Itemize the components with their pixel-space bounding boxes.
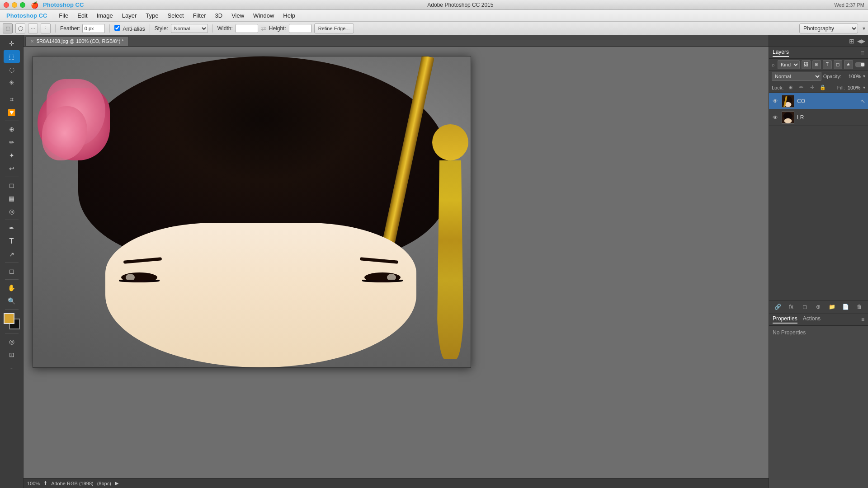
tool-more[interactable]: ··· [4,361,20,374]
swap-icon[interactable]: ⇄ [261,25,266,32]
layers-tab[interactable]: Layers [773,49,789,57]
document-tab[interactable]: ✕ 5R8A1408.jpg @ 100% (CO, RGB/8*) * [25,36,129,46]
menu-item-3d[interactable]: 3D [211,11,227,20]
tab-close-btn[interactable]: ✕ [30,39,34,44]
canvas-wrapper[interactable]: 八八素材 [24,47,769,478]
menu-item-window[interactable]: Window [249,11,278,20]
minimize-button[interactable] [12,2,17,8]
filter-type-select[interactable]: Kind [778,60,800,69]
properties-menu-btn[interactable]: ≡ [861,316,864,323]
workspace-select[interactable]: Photography Essentials Motion Painting T… [799,23,858,33]
fill-arrow[interactable]: ▾ [863,85,865,90]
style-select[interactable]: Normal Fixed Ratio Fixed Size [171,24,208,33]
panel-icon-adjust[interactable]: ⊞ [849,38,854,45]
tool-clone[interactable]: ✦ [4,149,20,162]
delete-layer-btn[interactable]: 🗑 [854,302,864,312]
separator2 [109,24,110,33]
refine-edge-button[interactable]: Refine Edge... [314,23,354,33]
properties-tab[interactable]: Properties [773,315,797,324]
add-style-btn[interactable]: fx [786,302,796,312]
layer-eye-lr[interactable]: 👁 [772,114,779,121]
tool-text[interactable]: T [4,235,20,248]
actions-tab[interactable]: Actions [803,315,821,324]
color-swatches[interactable] [4,313,20,329]
width-input[interactable] [236,24,258,33]
menu-item-image[interactable]: Image [92,11,118,20]
flower [33,79,123,178]
close-button[interactable] [4,2,9,8]
tool-rect-select[interactable]: ⬚ [4,50,20,63]
lock-all-btn[interactable]: 🔒 [819,84,827,92]
panel-collapse-bar: ⊞ ◀▶ [769,35,868,47]
tool-screen-mode[interactable]: ⊡ [4,348,20,361]
height-input[interactable] [289,24,311,33]
blend-mode-select[interactable]: Normal Multiply Screen Overlay [772,72,821,81]
maximize-button[interactable] [20,2,25,8]
menu-item-edit[interactable]: Edit [73,11,92,20]
tool-gradient[interactable]: ▦ [4,192,20,205]
tool-history-brush[interactable]: ↩ [4,162,20,175]
rect-select-icon[interactable]: ⬚ [3,23,13,33]
new-group-btn[interactable]: 📁 [827,302,837,312]
lock-paint-btn[interactable]: ✏ [797,84,805,92]
add-mask-btn[interactable]: ◻ [800,302,810,312]
filter-pixel-icon[interactable]: 🖼 [802,60,811,69]
tool-pen[interactable]: ✒ [4,222,20,235]
share-icon[interactable]: ⬆ [43,480,47,486]
menu-item-help[interactable]: Help [278,11,300,20]
tassel [421,124,471,359]
filter-text-icon[interactable]: T [823,60,832,69]
fill-value[interactable]: 100% [848,85,860,90]
filter-shape-icon[interactable]: ◻ [834,60,843,69]
filter-adjust-icon[interactable]: ⊞ [812,60,821,69]
tool-separator-2 [5,121,19,121]
menu-item-filter[interactable]: Filter [189,11,211,20]
traffic-lights [4,2,25,8]
feather-input[interactable] [82,24,105,33]
anti-alias-checkbox[interactable] [114,25,120,31]
tool-move[interactable]: ✛ [4,37,20,50]
tool-spot-heal[interactable]: ⊕ [4,123,20,136]
tool-eraser[interactable]: ◻ [4,179,20,192]
row-select-icon[interactable]: ⋯ [28,23,38,33]
menu-item-layer[interactable]: Layer [118,11,142,20]
tool-brush[interactable]: ✏ [4,136,20,149]
lock-checkerboard-btn[interactable]: ⊞ [786,84,794,92]
tool-lasso[interactable]: ◌ [4,63,20,76]
ps-app-name: Photoshop CC [43,1,84,8]
menu-item-view[interactable]: View [227,11,249,20]
layer-eye-co[interactable]: 👁 [772,98,779,105]
opacity-arrow[interactable]: ▾ [863,74,865,79]
filter-smart-icon[interactable]: ★ [844,60,853,69]
opacity-value[interactable]: 100% [843,74,861,79]
add-adjustment-btn[interactable]: ⊕ [813,302,823,312]
tool-eyedropper[interactable]: 🔽 [4,106,20,119]
ellipse-select-icon[interactable]: ◯ [15,23,25,33]
tool-quick-mask[interactable]: ◎ [4,335,20,348]
new-layer-btn[interactable]: 📄 [841,302,851,312]
menu-item-select[interactable]: Select [163,11,188,20]
link-layers-btn[interactable]: 🔗 [773,302,783,312]
status-arrow[interactable]: ▶ [115,480,118,486]
layer-item-lr[interactable]: 👁 LR [769,109,868,126]
tool-blur[interactable]: ◎ [4,205,20,218]
no-properties-text: No Properties [773,329,806,336]
tool-magic-wand[interactable]: ✳ [4,76,20,89]
tool-hand[interactable]: ✋ [4,282,20,294]
collapse-arrow[interactable]: ◀▶ [857,38,865,44]
tool-crop[interactable]: ⌗ [4,93,20,106]
tool-rect-shape[interactable]: ◻ [4,265,20,277]
tab-filename: 5R8A1408.jpg @ 100% (CO, RGB/8*) * [37,38,124,44]
col-select-icon[interactable]: ⋮ [41,23,51,33]
foreground-color[interactable] [4,313,14,324]
menu-item-file[interactable]: File [54,11,73,20]
tool-separator-4 [5,220,19,220]
menu-item-type[interactable]: Type [141,11,163,20]
tool-path-select[interactable]: ↗ [4,248,20,261]
layer-item-co[interactable]: 👁 CO ↖ [769,93,868,109]
lock-move-btn[interactable]: ✛ [808,84,816,92]
layers-panel-menu-btn[interactable]: ≡ [861,49,864,56]
menu-item-photoshop[interactable]: Photoshop CC [2,11,52,20]
filter-toggle[interactable] [855,62,865,67]
tool-zoom[interactable]: 🔍 [4,295,20,307]
